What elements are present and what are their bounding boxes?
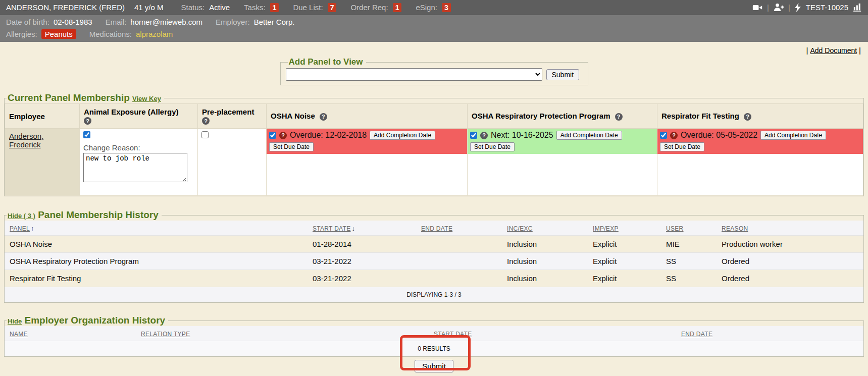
- panel-history-hide-link[interactable]: Hide ( 3 ): [8, 212, 35, 220]
- col-osha-noise-label: OSHA Noise: [271, 112, 315, 120]
- employer-history-fieldset: Hide Employer Organization History NAME …: [4, 315, 864, 357]
- allergy-badge[interactable]: Peanuts: [41, 29, 76, 39]
- video-camera-icon[interactable]: [752, 4, 762, 12]
- esign-count-badge[interactable]: 3: [442, 3, 451, 12]
- cell-user: MIE: [661, 236, 717, 253]
- submit-button[interactable]: Submit: [415, 360, 453, 372]
- order-req-label: Order Req:: [350, 3, 388, 12]
- help-icon[interactable]: ?: [670, 132, 678, 139]
- current-panel-member-row: Anderson, Frederick Change Reason: new t…: [5, 129, 863, 196]
- sort-start-date-link[interactable]: START DATE: [313, 225, 350, 232]
- cell-imp: Explicit: [588, 253, 661, 270]
- employee-cell: Anderson, Frederick: [5, 129, 80, 196]
- help-icon[interactable]: ?: [320, 113, 327, 121]
- esign-label: eSign:: [416, 3, 437, 12]
- cell-start: 03-21-2022: [308, 270, 416, 287]
- status-label: Status:: [181, 3, 205, 12]
- current-panel-table: Employee Animal Exposure (Allergy) ? Pre…: [5, 103, 863, 196]
- change-reason-textarea[interactable]: new to job role: [83, 153, 187, 182]
- sort-desc-icon[interactable]: ↓: [351, 225, 355, 232]
- help-icon[interactable]: ?: [84, 117, 91, 125]
- osha-resp-status-banner: ? Next: 10-16-2025 Add Completion Date S…: [468, 129, 657, 154]
- employee-link[interactable]: Anderson, Frederick: [9, 132, 43, 149]
- change-reason-label: Change Reason:: [83, 143, 194, 152]
- set-due-date-button[interactable]: Set Due Date: [269, 142, 314, 151]
- resp-fit-checkbox[interactable]: [660, 132, 667, 139]
- sort-asc-icon[interactable]: ↑: [31, 225, 34, 232]
- sort-user-link[interactable]: USER: [666, 225, 684, 232]
- cell-reason: Ordered: [717, 270, 863, 287]
- current-panel-title: Current Panel Membership: [8, 92, 130, 103]
- help-icon[interactable]: ?: [202, 117, 210, 125]
- cell-start: 03-21-2022: [308, 253, 416, 270]
- cell-user: SS: [661, 253, 717, 270]
- cell-inc: Inclusion: [502, 270, 588, 287]
- sort-inc-exc-link[interactable]: INC/EXC: [507, 225, 533, 232]
- animal-exposure-cell: Change Reason: new to job role: [80, 129, 198, 196]
- animal-exposure-checkbox[interactable]: [83, 131, 90, 138]
- col-osha-resp: OSHA Respiratory Protection Program ?: [468, 104, 657, 129]
- table-row: OSHA Noise 01-28-2014 Inclusion Explicit…: [5, 236, 863, 253]
- sort-start-date-link[interactable]: START DATE: [434, 331, 472, 338]
- cell-panel: OSHA Respiratory Protection Program: [5, 253, 308, 270]
- sort-reason-link[interactable]: REASON: [722, 225, 748, 232]
- email-value: horner@mieweb.com: [130, 18, 202, 26]
- medication-value[interactable]: alprazolam: [136, 30, 173, 38]
- pagination-text: DISPLAYING 1-3 / 3: [5, 287, 863, 303]
- osha-noise-checkbox[interactable]: [269, 132, 276, 139]
- preplacement-checkbox[interactable]: [201, 131, 209, 138]
- lightning-bolt-icon[interactable]: [795, 3, 801, 12]
- view-key-link[interactable]: View Key: [132, 95, 161, 102]
- set-due-date-button[interactable]: Set Due Date: [660, 142, 704, 151]
- help-icon[interactable]: ?: [615, 113, 623, 121]
- employer-label: Employer:: [216, 18, 250, 26]
- panel-history-header-row: PANEL↑ START DATE↓ END DATE INC/EXC IMP/…: [5, 221, 863, 236]
- cell-reason: Ordered: [717, 253, 863, 270]
- table-row: OSHA Respiratory Protection Program 03-2…: [5, 253, 863, 270]
- col-animal-exposure: Animal Exposure (Allergy) ?: [80, 104, 198, 129]
- sort-relation-type-link[interactable]: RELATION TYPE: [141, 331, 190, 338]
- cell-inc: Inclusion: [502, 236, 588, 253]
- sort-panel-link[interactable]: PANEL: [10, 225, 30, 232]
- due-list-count-badge[interactable]: 7: [328, 3, 337, 12]
- col-resp-fit: Respirator Fit Testing ?: [657, 104, 863, 129]
- cell-end: [416, 236, 502, 253]
- patient-header-bar: ANDERSON, FREDERICK (FRED) 41 y/o M Stat…: [0, 0, 868, 15]
- add-completion-date-button[interactable]: Add Completion Date: [760, 131, 826, 140]
- cell-end: [416, 270, 502, 287]
- osha-noise-status-banner: ? Overdue: 12-02-2018 Add Completion Dat…: [267, 129, 467, 154]
- demographics-bar: Date of birth: 02-08-1983 Email: horner@…: [0, 15, 868, 42]
- panel-history-title: Panel Membership History: [38, 209, 159, 220]
- osha-resp-checkbox[interactable]: [470, 132, 477, 139]
- sort-end-date-link[interactable]: END DATE: [421, 225, 452, 232]
- sort-imp-exp-link[interactable]: IMP/EXP: [593, 225, 619, 232]
- set-due-date-button[interactable]: Set Due Date: [470, 142, 515, 151]
- panel-history-legend: Hide ( 3 ) Panel Membership History: [7, 209, 162, 221]
- add-panel-select[interactable]: [286, 68, 542, 81]
- order-req-count-badge[interactable]: 1: [393, 3, 402, 12]
- add-panel-legend: Add Panel to View: [288, 57, 366, 67]
- col-preplacement: Pre-placement ?: [198, 104, 267, 129]
- bar-chart-icon[interactable]: [853, 3, 862, 12]
- add-document-link[interactable]: Add Document: [810, 46, 857, 55]
- dob-value: 02-08-1983: [54, 18, 92, 26]
- help-icon[interactable]: ?: [744, 113, 751, 121]
- help-icon[interactable]: ?: [279, 132, 287, 139]
- add-completion-date-button[interactable]: Add Completion Date: [556, 131, 622, 140]
- osha-resp-cell: ? Next: 10-16-2025 Add Completion Date S…: [468, 129, 657, 196]
- employer-history-hide-link[interactable]: Hide: [8, 317, 22, 325]
- resp-fit-status-text: Overdue: 05-05-2022: [681, 131, 757, 140]
- employer-history-legend: Hide Employer Organization History: [7, 315, 168, 326]
- add-completion-date-button[interactable]: Add Completion Date: [370, 131, 435, 140]
- sort-name-link[interactable]: NAME: [10, 331, 28, 338]
- col-osha-noise: OSHA Noise ?: [267, 104, 468, 129]
- preplacement-cell: [198, 129, 267, 196]
- add-panel-submit-button[interactable]: Submit: [546, 69, 580, 80]
- help-icon[interactable]: ?: [480, 132, 488, 139]
- sort-end-date-link[interactable]: END DATE: [681, 331, 712, 338]
- add-person-icon[interactable]: [774, 3, 784, 12]
- system-id: TEST-10025: [806, 3, 848, 12]
- col-preplacement-label: Pre-placement: [202, 108, 254, 116]
- tasks-count-badge[interactable]: 1: [270, 3, 279, 12]
- table-row: Respirator Fit Testing 03-21-2022 Inclus…: [5, 270, 863, 287]
